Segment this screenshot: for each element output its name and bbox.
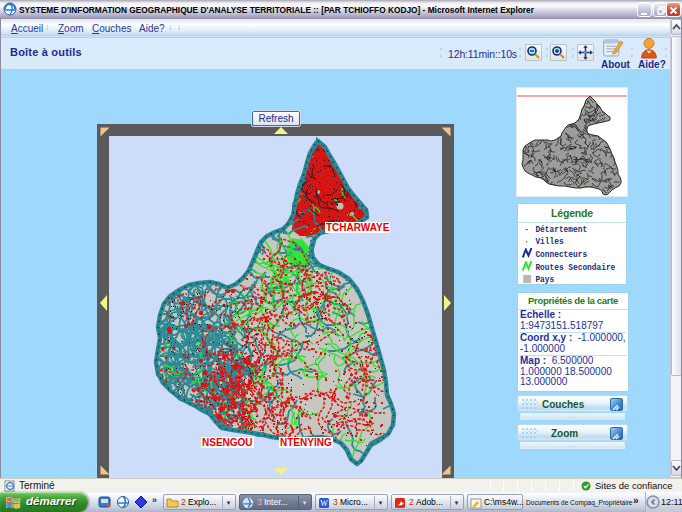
svg-text:W: W [320,499,328,508]
